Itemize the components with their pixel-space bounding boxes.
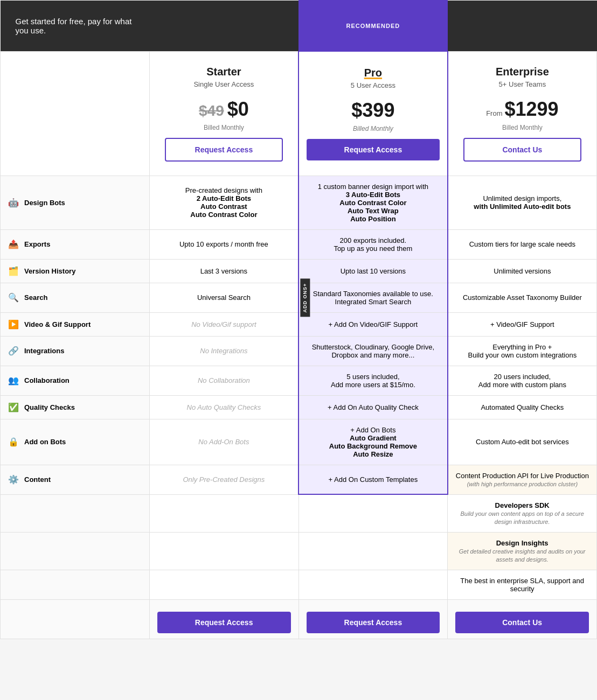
enterprise-plan-access: 5+ User Teams xyxy=(463,80,581,88)
pro-plan-access: 5 User Access xyxy=(307,81,440,89)
bottom-enterprise-btn[interactable]: Contact Us xyxy=(455,612,589,633)
starter-price-strike: $49 xyxy=(199,102,224,119)
bottom-enterprise-btn-cell: Contact Us xyxy=(448,599,597,639)
addon-wrapper: ADD ONS+ Standard Taxonomies available t… xyxy=(307,290,440,306)
version-history-pro: Upto last 10 versions xyxy=(298,259,448,283)
pro-price: $399 xyxy=(351,99,394,121)
pro-plan-name: Pro xyxy=(307,67,440,79)
starter-price-current: $0 xyxy=(227,98,249,120)
feature-row-integrations: 🔗 Integrations No Integrations Shutterst… xyxy=(1,336,597,366)
extra-enterprise-row-1: Developers SDK Build your own content ap… xyxy=(1,494,597,532)
collaboration-label-cell: 👥 Collaboration xyxy=(1,366,150,395)
video-gif-starter: No Video/Gif support xyxy=(149,312,298,336)
search-icon: 🔍 xyxy=(8,292,19,303)
enterprise-price-area: From$1299 xyxy=(463,98,581,121)
collaboration-starter: No Collaboration xyxy=(149,366,298,395)
extra-row2-starter xyxy=(149,532,298,570)
design-bots-icon: 🤖 xyxy=(8,198,19,208)
pro-price-area: $399 xyxy=(307,99,440,122)
content-label-cell: ⚙️ Content xyxy=(1,465,150,494)
extra-row2-enterprise: Design Insights Get detailed creative in… xyxy=(448,532,597,570)
content-starter: Only Pre-Created Designs xyxy=(149,465,298,494)
video-gif-pro: + Add On Video/GIF Support xyxy=(298,312,448,336)
extra-row1-feature xyxy=(1,494,150,532)
exports-pro: 200 exports included.Top up as you need … xyxy=(298,229,448,259)
starter-plan-access: Single User Access xyxy=(165,80,283,88)
enterprise-banner-empty xyxy=(448,1,597,52)
extra-row1-pro xyxy=(298,494,448,532)
feature-row-exports: 📤 Exports Upto 10 exports / month free 2… xyxy=(1,229,597,259)
content-enterprise: Content Production API for Live Producti… xyxy=(448,465,597,494)
extra-enterprise-row-3: The best in enterprise SLA, support and … xyxy=(1,570,597,599)
exports-enterprise: Custom tiers for large scale needs xyxy=(448,229,597,259)
pro-header: Pro 5 User Access $399 Billed Monthly Re… xyxy=(298,51,448,176)
version-history-starter: Last 3 versions xyxy=(149,259,298,283)
collaboration-pro: 5 users included,Add more users at $15/m… xyxy=(298,366,448,395)
addon-bots-enterprise: Custom Auto-edit bot services xyxy=(448,419,597,465)
addon-bots-icon: 🔒 xyxy=(8,437,19,447)
content-name: Content xyxy=(24,475,51,484)
feature-row-design-bots: 🤖 Design Bots Pre-created designs with 2… xyxy=(1,176,597,229)
search-label-cell: 🔍 Search xyxy=(1,283,150,312)
integrations-enterprise: Everything in Pro +Build your own custom… xyxy=(448,336,597,366)
recommended-badge: RECOMMENDED xyxy=(299,18,448,33)
bottom-pro-btn-cell: Request Access xyxy=(298,599,448,639)
bottom-pro-btn[interactable]: Request Access xyxy=(307,612,440,633)
extra-row1-starter xyxy=(149,494,298,532)
tagline: Get started for free, pay for what you u… xyxy=(8,7,142,45)
pro-request-btn[interactable]: Request Access xyxy=(307,139,440,160)
addon-label: ADD ONS+ xyxy=(300,278,310,317)
plan-headers-row: Starter Single User Access $49$0 Billed … xyxy=(1,51,597,176)
search-name: Search xyxy=(24,293,47,302)
addon-bots-name: Add on Bots xyxy=(24,438,66,446)
enterprise-contact-btn[interactable]: Contact Us xyxy=(463,138,581,162)
addon-bots-starter: No Add-On Bots xyxy=(149,419,298,465)
enterprise-plan-name: Enterprise xyxy=(463,66,581,78)
quality-checks-label-cell: ✅ Quality Checks xyxy=(1,395,150,419)
quality-checks-icon: ✅ xyxy=(8,402,19,412)
exports-name: Exports xyxy=(24,240,50,248)
extra-enterprise-row-2: Design Insights Get detailed creative in… xyxy=(1,532,597,570)
starter-request-btn[interactable]: Request Access xyxy=(165,138,283,162)
starter-plan-name: Starter xyxy=(165,66,283,78)
feature-row-addon-bots: 🔒 Add on Bots No Add-On Bots + Add On Bo… xyxy=(1,419,597,465)
integrations-icon: 🔗 xyxy=(8,346,19,356)
exports-icon: 📤 xyxy=(8,239,19,249)
pro-recommended-banner: RECOMMENDED xyxy=(298,1,448,52)
collaboration-name: Collaboration xyxy=(24,376,70,384)
collaboration-icon: 👥 xyxy=(8,375,19,386)
version-history-name: Version History xyxy=(24,267,75,275)
extra-row3-feature xyxy=(1,570,150,599)
enterprise-price-from: From xyxy=(486,109,502,117)
design-bots-label-cell: 🤖 Design Bots xyxy=(1,176,150,229)
bottom-starter-btn[interactable]: Request Access xyxy=(157,612,291,633)
feature-row-quality-checks: ✅ Quality Checks No Auto Quality Checks … xyxy=(1,395,597,419)
extra-row3-enterprise: The best in enterprise SLA, support and … xyxy=(448,570,597,599)
extra-row2-feature xyxy=(1,532,150,570)
bottom-starter-btn-cell: Request Access xyxy=(149,599,298,639)
design-bots-name: Design Bots xyxy=(24,199,65,207)
version-history-enterprise: Unlimited versions xyxy=(448,259,597,283)
starter-price-area: $49$0 xyxy=(165,98,283,121)
bottom-buttons-row: Request Access Request Access Contact Us xyxy=(1,599,597,639)
design-bots-pro: 1 custom banner design import with 3 Aut… xyxy=(298,176,448,229)
banner-row: Get started for free, pay for what you u… xyxy=(1,1,597,52)
quality-checks-name: Quality Checks xyxy=(24,403,75,411)
feature-row-version-history: 🗂️ Version History Last 3 versions Upto … xyxy=(1,259,597,283)
feature-col-header xyxy=(1,51,150,176)
exports-label-cell: 📤 Exports xyxy=(1,229,150,259)
extra-row3-starter xyxy=(149,570,298,599)
feature-row-search: 🔍 Search Universal Search ADD ONS+ Stand… xyxy=(1,283,597,312)
search-pro: ADD ONS+ Standard Taxonomies available t… xyxy=(298,283,448,312)
feature-row-video-gif: ▶️ Video & Gif Support No Video/Gif supp… xyxy=(1,312,597,336)
integrations-pro: Shutterstock, Cloudinary, Google Drive,D… xyxy=(298,336,448,366)
extra-row2-pro xyxy=(298,532,448,570)
integrations-starter: No Integrations xyxy=(149,336,298,366)
video-gif-enterprise: + Video/GIF Support xyxy=(448,312,597,336)
addon-bots-label-cell: 🔒 Add on Bots xyxy=(1,419,150,465)
content-icon: ⚙️ xyxy=(8,474,19,485)
exports-starter: Upto 10 exports / month free xyxy=(149,229,298,259)
enterprise-price: $1299 xyxy=(504,98,558,120)
feature-row-collaboration: 👥 Collaboration No Collaboration 5 users… xyxy=(1,366,597,395)
integrations-name: Integrations xyxy=(24,347,64,355)
